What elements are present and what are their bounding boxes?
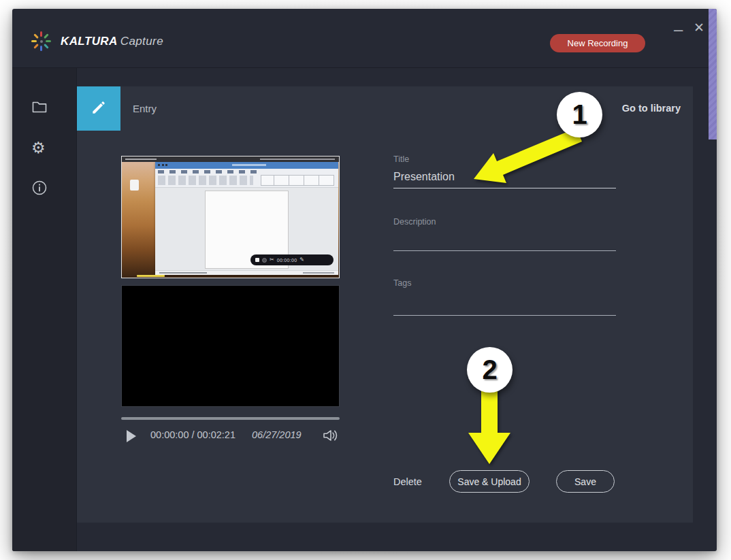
desktop-file-icon bbox=[130, 180, 139, 191]
recording-controls-overlay: ✂ 00:00:00 ✎ bbox=[250, 254, 334, 265]
seek-bar[interactable] bbox=[121, 417, 340, 420]
kaltura-capture-window: KALTURACapture New Recording – ✕ ⚙ bbox=[12, 9, 717, 551]
new-recording-button[interactable]: New Recording bbox=[550, 34, 645, 52]
pencil-icon bbox=[90, 99, 108, 119]
sidebar-item-library[interactable] bbox=[31, 99, 48, 115]
minimize-icon[interactable]: – bbox=[674, 21, 683, 37]
description-field: Description bbox=[393, 217, 616, 251]
annotation-arrow-1 bbox=[464, 128, 593, 193]
annotation-number-2: 2 bbox=[482, 355, 497, 385]
word-titlebar bbox=[155, 162, 338, 169]
stop-icon bbox=[255, 258, 259, 262]
dock-strip bbox=[137, 275, 165, 277]
save-upload-button[interactable]: Save & Upload bbox=[449, 470, 530, 493]
video-thumbnail[interactable]: ✂ 00:00:00 ✎ bbox=[121, 156, 340, 278]
description-label: Description bbox=[393, 217, 616, 227]
title-bar: KALTURACapture New Recording – ✕ bbox=[12, 9, 717, 68]
app-title: KALTURACapture bbox=[61, 35, 163, 48]
folder-icon bbox=[31, 99, 48, 115]
sidebar-item-settings[interactable]: ⚙ bbox=[31, 140, 48, 157]
camera-video-preview bbox=[121, 285, 340, 407]
description-input[interactable] bbox=[393, 228, 616, 251]
tags-input[interactable] bbox=[393, 289, 616, 316]
sidebar-item-info[interactable] bbox=[31, 180, 48, 196]
delete-button[interactable]: Delete bbox=[393, 470, 422, 493]
brand-suffix: Capture bbox=[120, 35, 163, 48]
word-statusbar bbox=[155, 270, 338, 275]
scissors-icon: ✂ bbox=[270, 257, 274, 263]
tags-label: Tags bbox=[393, 278, 616, 288]
go-to-library-link[interactable]: Go to library bbox=[622, 86, 681, 130]
save-button[interactable]: Save bbox=[556, 470, 615, 493]
kaltura-starburst-icon bbox=[31, 31, 52, 52]
play-button[interactable] bbox=[127, 430, 136, 442]
tags-field: Tags bbox=[393, 278, 616, 316]
edit-entry-tab bbox=[77, 86, 120, 131]
player-controls: 00:00:00 / 00:02:21 06/27/2019 bbox=[121, 425, 340, 447]
sidebar: ⚙ bbox=[12, 68, 77, 551]
word-ribbon bbox=[155, 169, 338, 188]
brand-name: KALTURA bbox=[61, 35, 118, 48]
time-display: 00:00:00 / 00:02:21 bbox=[150, 429, 235, 440]
kaltura-logo: KALTURACapture bbox=[31, 31, 163, 52]
info-icon bbox=[31, 180, 48, 196]
mac-menubar bbox=[122, 157, 339, 162]
annotation-arrow-2 bbox=[466, 388, 513, 466]
page-title: Entry bbox=[133, 86, 157, 130]
pencil-small-icon: ✎ bbox=[299, 257, 304, 263]
screenshot-background: KALTURACapture New Recording – ✕ ⚙ bbox=[0, 0, 731, 560]
annotation-step-1: 1 bbox=[557, 92, 602, 137]
volume-button[interactable] bbox=[322, 427, 340, 446]
gear-icon: ⚙ bbox=[31, 139, 46, 157]
record-icon bbox=[262, 258, 267, 263]
annotation-number-1: 1 bbox=[572, 99, 587, 130]
annotation-step-2: 2 bbox=[467, 347, 513, 393]
entry-panel: Entry Go to library bbox=[77, 86, 693, 523]
close-icon[interactable]: ✕ bbox=[694, 21, 704, 34]
recording-date: 06/27/2019 bbox=[252, 429, 302, 440]
scrollbar-thumb[interactable] bbox=[709, 9, 717, 139]
rec-timecode: 00:00:00 bbox=[277, 258, 297, 263]
